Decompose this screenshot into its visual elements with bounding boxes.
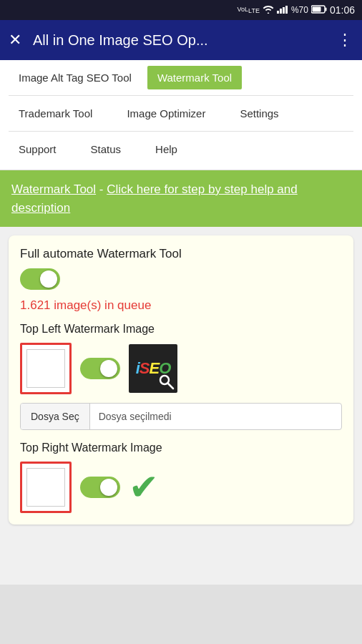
help-banner: Watermark Tool - Click here for step by …	[0, 170, 362, 227]
nav-tab-trademark[interactable]: Trademark Tool	[9, 102, 102, 125]
seo-s: S	[140, 359, 150, 377]
svg-rect-3	[285, 6, 288, 14]
wifi-icon	[263, 5, 274, 16]
top-right-section-title: Top Right Watermark Image	[20, 441, 342, 454]
placeholder-inner-2	[26, 468, 65, 507]
file-label: Dosya seçilmedi	[90, 404, 341, 429]
top-left-section-title: Top Left Watermark Image	[20, 323, 342, 336]
time-display: 01:06	[330, 4, 355, 16]
toggle-thumb-3	[100, 479, 117, 496]
svg-rect-5	[325, 7, 326, 11]
help-banner-text: Watermark Tool - Click here for step by …	[11, 180, 351, 217]
svg-rect-2	[283, 7, 285, 14]
queue-text: 1.621 image(s) in queue	[20, 298, 342, 313]
main-content: Full automate Watermark Tool 1.621 image…	[0, 227, 362, 585]
top-right-watermark-row: ✔	[20, 462, 342, 513]
svg-rect-1	[280, 9, 282, 14]
top-right-toggle[interactable]	[80, 477, 120, 498]
volte-icon: VoLLTE	[238, 6, 260, 14]
battery-icon	[311, 5, 327, 16]
svg-line-8	[168, 384, 173, 389]
close-button[interactable]: ✕	[9, 31, 21, 49]
placeholder-inner	[26, 349, 65, 388]
top-left-image-placeholder[interactable]	[20, 343, 72, 394]
nav-section: Image Alt Tag SEO Tool Watermark Tool Tr…	[0, 60, 362, 170]
seo-icon: iSEO	[129, 344, 177, 393]
nav-row-2: Trademark Tool Image Optimizer Settings	[0, 96, 362, 131]
status-bar: VoLLTE %70 01:06	[0, 0, 362, 20]
svg-rect-6	[312, 6, 321, 11]
file-choose-button[interactable]: Dosya Seç	[21, 404, 90, 429]
nav-row-3: Support Status Help	[0, 132, 362, 170]
app-title: All in One Image SEO Op...	[33, 32, 326, 49]
nav-tab-status[interactable]: Status	[81, 137, 132, 161]
tool-link[interactable]: Watermark Tool	[11, 182, 96, 196]
top-left-watermark-row: iSEO	[20, 343, 342, 394]
nav-tab-help[interactable]: Help	[145, 137, 187, 161]
top-left-toggle[interactable]	[80, 358, 120, 379]
automate-toggle[interactable]	[20, 268, 60, 290]
menu-button[interactable]: ⋮	[337, 31, 353, 49]
nav-tab-support[interactable]: Support	[9, 137, 67, 161]
toggle-thumb-2	[100, 360, 117, 377]
checkmark-icon: ✔	[129, 469, 159, 505]
automate-toggle-wrapper	[20, 268, 342, 290]
svg-rect-0	[277, 11, 279, 14]
signal-icon	[277, 5, 288, 16]
help-separator: -	[99, 182, 107, 196]
card-title: Full automate Watermark Tool	[20, 247, 342, 261]
battery-text: %70	[291, 5, 308, 15]
toggle-thumb	[40, 270, 57, 288]
app-header: ✕ All in One Image SEO Op... ⋮	[0, 20, 362, 60]
nav-tab-settings[interactable]: Settings	[230, 102, 288, 125]
watermark-card: Full automate Watermark Tool 1.621 image…	[9, 235, 353, 525]
magnifier-icon	[157, 373, 175, 390]
nav-row-1: Image Alt Tag SEO Tool Watermark Tool	[0, 60, 362, 95]
nav-tab-alt-seo[interactable]: Image Alt Tag SEO Tool	[9, 66, 142, 89]
file-chooser-row: Dosya Seç Dosya seçilmedi	[20, 403, 342, 430]
nav-tab-optimizer[interactable]: Image Optimizer	[117, 102, 215, 125]
top-right-image-placeholder[interactable]	[20, 462, 72, 513]
nav-tab-watermark[interactable]: Watermark Tool	[147, 66, 242, 89]
status-icons: VoLLTE %70 01:06	[238, 4, 355, 16]
